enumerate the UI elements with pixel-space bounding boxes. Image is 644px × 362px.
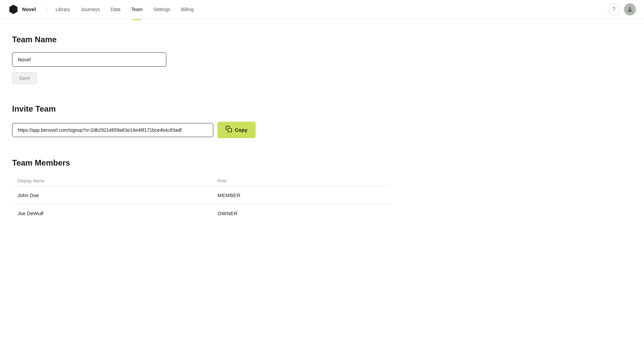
avatar-icon — [627, 6, 633, 13]
save-button[interactable]: Save — [12, 72, 37, 84]
nav-divider — [47, 6, 47, 13]
svg-marker-0 — [9, 5, 17, 14]
member-display-name: John Doe — [12, 186, 212, 204]
nav-item-data[interactable]: Data — [106, 5, 125, 14]
nav-right: ? — [608, 3, 636, 15]
nav-item-journeys[interactable]: Journeys — [76, 5, 105, 14]
help-button[interactable]: ? — [608, 3, 620, 15]
copy-icon — [225, 126, 232, 134]
table-row: Joe DeWulfOWNER — [12, 204, 390, 223]
team-members-section: Team Members Display Name Role John DoeM… — [12, 158, 390, 222]
nav-links: Library Journeys Data Team Settings Bill… — [51, 5, 608, 14]
members-table-body: John DoeMEMBERJoe DeWulfOWNER — [12, 186, 390, 223]
invite-row: Copy — [12, 122, 390, 138]
team-members-title: Team Members — [12, 158, 390, 168]
user-avatar[interactable] — [624, 3, 636, 15]
invite-team-section: Invite Team Copy — [12, 104, 390, 138]
copy-button[interactable]: Copy — [217, 122, 256, 138]
app-logo-icon — [8, 4, 19, 15]
svg-rect-2 — [228, 128, 232, 132]
invite-team-title: Invite Team — [12, 104, 390, 114]
nav-item-billing[interactable]: Billing — [176, 5, 198, 14]
members-table-head: Display Name Role — [12, 176, 390, 186]
member-role: MEMBER — [212, 186, 390, 204]
nav-item-team[interactable]: Team — [126, 5, 147, 14]
nav-item-settings[interactable]: Settings — [149, 5, 175, 14]
invite-url-input[interactable] — [12, 123, 213, 137]
team-name-section: Team Name Save — [12, 35, 390, 84]
app-brand-label: Novel — [22, 6, 36, 12]
members-table: Display Name Role John DoeMEMBERJoe DeWu… — [12, 176, 390, 222]
help-icon: ? — [612, 6, 615, 12]
team-name-title: Team Name — [12, 35, 390, 44]
member-role: OWNER — [212, 204, 390, 223]
member-display-name: Joe DeWulf — [12, 204, 212, 223]
members-table-header-row: Display Name Role — [12, 176, 390, 186]
table-row: John DoeMEMBER — [12, 186, 390, 204]
main-content: Team Name Save Invite Team Copy Team Mem… — [0, 19, 402, 258]
navbar: Novel Library Journeys Data Team Setting… — [0, 0, 644, 19]
nav-logo[interactable]: Novel — [8, 4, 36, 15]
svg-point-1 — [629, 7, 631, 9]
col-role: Role — [212, 176, 390, 186]
col-display-name: Display Name — [12, 176, 212, 186]
copy-label: Copy — [235, 127, 248, 133]
team-name-input[interactable] — [12, 52, 166, 67]
nav-item-library[interactable]: Library — [51, 5, 75, 14]
